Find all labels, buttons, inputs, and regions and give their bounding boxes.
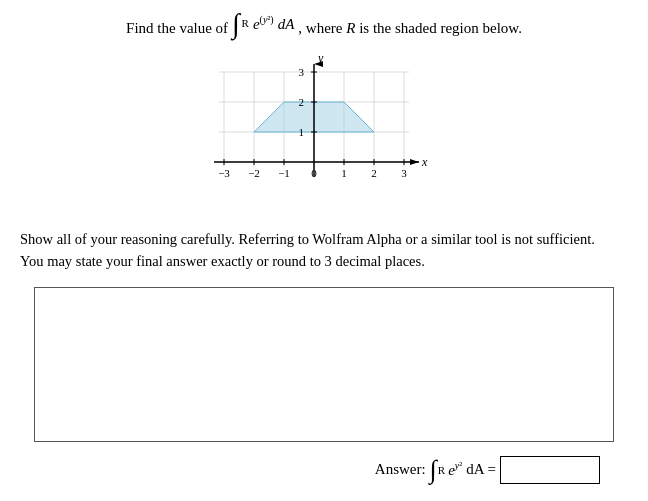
answer-input-box[interactable] — [500, 456, 600, 484]
graph-wrap: −3 −2 −1 0 1 2 3 1 2 3 x y — [194, 52, 454, 212]
y-axis-label: y — [317, 52, 324, 65]
x-label-0: 0 — [311, 167, 317, 179]
differential: dA — [278, 12, 295, 36]
answer-integral: ∫R ey² dA = — [430, 457, 496, 483]
y-label-3: 3 — [299, 66, 305, 78]
problem-where: , where R is the shaded region below. — [298, 20, 522, 36]
answer-integrand: ey² — [448, 460, 462, 479]
problem-prefix: Find the value of — [126, 20, 228, 36]
instruction-line1: Show all of your reasoning carefully. Re… — [20, 231, 595, 247]
answer-exponent: y² — [455, 460, 462, 471]
instructions: Show all of your reasoning carefully. Re… — [20, 228, 628, 273]
graph-svg: −3 −2 −1 0 1 2 3 1 2 3 x y — [194, 52, 454, 212]
x-label-1: 1 — [341, 167, 347, 179]
x-label-neg1: −1 — [278, 167, 290, 179]
answer-line: Answer: ∫R ey² dA = — [20, 456, 628, 484]
x-label-neg3: −3 — [218, 167, 230, 179]
answer-integral-subscript: R — [438, 464, 445, 476]
integral-expression: ∫R e(y²) dA — [232, 10, 294, 38]
integrand-exponent: (y²) — [260, 14, 274, 25]
integrand: e(y²) — [253, 12, 274, 36]
integral-subscript: R — [242, 15, 249, 33]
answer-label: Answer: — [375, 461, 426, 478]
graph-container: −3 −2 −1 0 1 2 3 1 2 3 x y — [20, 52, 628, 212]
answer-integral-symbol: ∫ — [430, 457, 437, 483]
work-area[interactable] — [34, 287, 614, 442]
problem-header: Find the value of ∫R e(y²) dA , where R … — [20, 10, 628, 40]
x-label-3: 3 — [401, 167, 407, 179]
x-label-neg2: −2 — [248, 167, 260, 179]
answer-differential: dA = — [466, 461, 496, 478]
x-axis-label: x — [421, 155, 428, 169]
integral-symbol: ∫ — [232, 10, 240, 38]
instruction-line2: You may state your final answer exactly … — [20, 253, 425, 269]
y-label-2: 2 — [299, 96, 305, 108]
y-label-1: 1 — [299, 126, 305, 138]
x-label-2: 2 — [371, 167, 377, 179]
